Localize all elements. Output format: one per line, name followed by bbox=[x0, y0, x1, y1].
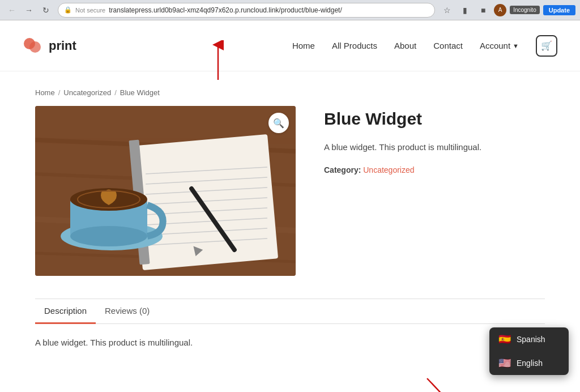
logo-text: print bbox=[49, 39, 76, 53]
lang-option-spanish[interactable]: 🇪🇸 Spanish bbox=[489, 327, 569, 351]
lang-option-english[interactable]: 🇺🇸 English bbox=[489, 351, 569, 375]
coffee-scene-svg bbox=[35, 106, 296, 276]
product-layout: 🔍 Blue Widget A blue widget. This produc… bbox=[35, 106, 545, 276]
nav-home[interactable]: Home bbox=[292, 41, 315, 50]
address-bar[interactable]: 🔒 Not secure translatepress.urld0b9acl-x… bbox=[58, 3, 435, 18]
forward-button[interactable]: → bbox=[22, 3, 36, 18]
breadcrumb-sep-1: / bbox=[58, 88, 61, 97]
svg-point-23 bbox=[70, 226, 147, 246]
product-image-area: 🔍 bbox=[35, 106, 296, 276]
browser-nav-buttons: ← → ↻ bbox=[5, 3, 53, 18]
product-title: Blue Widget bbox=[324, 109, 545, 129]
breadcrumb: Home / Uncategorized / Blue Widget bbox=[35, 88, 545, 97]
site-header: print Home All Products About Contact Ac… bbox=[0, 20, 580, 71]
tab-description[interactable]: Description bbox=[35, 299, 96, 324]
svg-point-1 bbox=[29, 41, 41, 53]
svg-rect-8 bbox=[132, 134, 278, 270]
english-flag-icon: 🇺🇸 bbox=[498, 357, 511, 369]
browser-chrome: ← → ↻ 🔒 Not secure translatepress.urld0b… bbox=[0, 0, 580, 20]
tab-reviews[interactable]: Reviews (0) bbox=[96, 299, 159, 324]
chevron-down-icon: ▼ bbox=[513, 42, 519, 49]
nav-account-link[interactable]: Account bbox=[480, 41, 510, 50]
shield-button[interactable]: ▮ bbox=[458, 3, 472, 18]
url-text: translatepress.urld0b9acl-xmz4qd97x62o.p… bbox=[109, 6, 429, 14]
reload-button[interactable]: ↻ bbox=[39, 3, 53, 18]
nav-contact[interactable]: Contact bbox=[433, 41, 463, 50]
svg-line-26 bbox=[427, 378, 458, 393]
spanish-flag-icon: 🇪🇸 bbox=[498, 333, 511, 346]
category-label: Category: bbox=[324, 165, 361, 174]
cart-button[interactable]: 🛒 bbox=[536, 35, 557, 57]
red-arrow-up bbox=[210, 40, 227, 80]
breadcrumb-sep-2: / bbox=[114, 88, 117, 97]
tab-content: A blue widget. This product is multiling… bbox=[35, 335, 545, 350]
logo-area[interactable]: print bbox=[23, 36, 76, 56]
browser-actions: ☆ ▮ ■ A Incognito Update bbox=[440, 3, 575, 18]
product-description: A blue widget. This product is multiling… bbox=[324, 140, 545, 154]
breadcrumb-home[interactable]: Home bbox=[35, 88, 55, 97]
english-label: English bbox=[517, 359, 543, 368]
breadcrumb-category[interactable]: Uncategorized bbox=[63, 88, 111, 97]
tabs-nav: Description Reviews (0) bbox=[35, 299, 545, 324]
product-image: 🔍 bbox=[35, 106, 296, 276]
zoom-button[interactable]: 🔍 bbox=[268, 113, 289, 133]
nav-about[interactable]: About bbox=[394, 41, 416, 50]
language-switcher[interactable]: 🇪🇸 Spanish 🇺🇸 English bbox=[489, 327, 569, 375]
lock-icon: 🔒 bbox=[64, 6, 72, 14]
product-info: Blue Widget A blue widget. This product … bbox=[324, 106, 545, 174]
incognito-badge: Incognito bbox=[510, 6, 540, 14]
category-link[interactable]: Uncategorized bbox=[363, 165, 414, 174]
product-meta: Category: Uncategorized bbox=[324, 165, 545, 174]
main-nav: Home All Products About Contact Account … bbox=[292, 35, 557, 57]
not-secure-label: Not secure bbox=[75, 7, 105, 14]
extensions-button[interactable]: ■ bbox=[476, 3, 491, 18]
red-arrow-down-right bbox=[421, 373, 467, 393]
spanish-label: Spanish bbox=[517, 335, 545, 344]
logo-icon bbox=[23, 36, 43, 56]
main-content: Home / Uncategorized / Blue Widget bbox=[12, 71, 568, 373]
update-button[interactable]: Update bbox=[543, 5, 575, 15]
cart-icon: 🛒 bbox=[541, 40, 552, 51]
star-button[interactable]: ☆ bbox=[440, 3, 454, 18]
back-button[interactable]: ← bbox=[5, 3, 19, 18]
nav-account[interactable]: Account ▼ bbox=[480, 41, 519, 50]
product-tabs: Description Reviews (0) A blue widget. T… bbox=[35, 299, 545, 350]
nav-products[interactable]: All Products bbox=[332, 41, 377, 50]
breadcrumb-current: Blue Widget bbox=[120, 88, 160, 97]
profile-avatar[interactable]: A bbox=[494, 4, 506, 16]
